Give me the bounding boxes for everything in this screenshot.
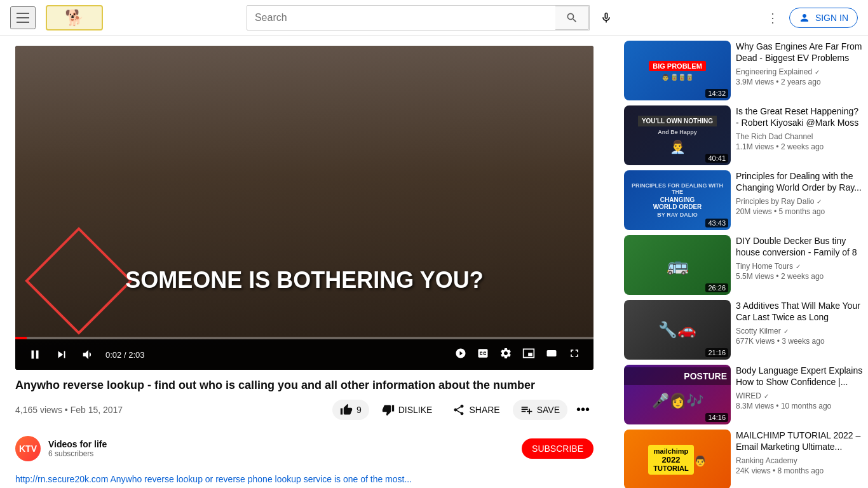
fullscreen-icon [568, 347, 581, 360]
list-item[interactable]: YOU'LL OWN NOTHING And Be Happy 👨‍💼 40:4… [624, 105, 863, 165]
sv-channel-1: The Rich Dad Channel [736, 132, 863, 141]
sv-channel-6: Ranking Academy [736, 456, 863, 465]
left-content: SOMEONE IS BOTHERING YOU? [0, 36, 614, 488]
sidebar-thumbnail: 🔧🚗 21:16 [624, 300, 731, 360]
video-player[interactable]: SOMEONE IS BOTHERING YOU? [15, 46, 593, 370]
sv-meta-3: 5.5M views • 2 weeks ago [736, 272, 863, 281]
settings-button[interactable] [497, 344, 515, 365]
header-right: ⋮ SIGN IN [761, 5, 858, 30]
pause-icon [28, 348, 42, 362]
sv-title-4: 3 Additives That Will Make Your Car Last… [736, 300, 863, 323]
verified-icon: ✓ [764, 393, 769, 400]
header: 🐕 ⋮ SIGN IN [0, 0, 868, 36]
thumb-duration-3: 26:26 [705, 283, 728, 292]
channel-avatar[interactable]: KTV [15, 436, 41, 461]
video-controls: 0:02 / 2:03 [15, 339, 593, 370]
thumb-duration-5: 14:16 [705, 413, 728, 422]
sv-title-5: Body Language Expert Explains How to Sho… [736, 365, 863, 388]
mic-button[interactable] [595, 6, 618, 29]
verified-icon: ✓ [796, 263, 801, 270]
sidebar-thumbnail: 🚌 26:26 [624, 235, 731, 295]
sv-title-6: MAILCHIMP TUTORIAL 2022 – Email Marketin… [736, 430, 863, 452]
save-label: SAVE [537, 405, 560, 415]
dislike-label: DISLIKE [398, 405, 433, 415]
sv-channel-2: Principles by Ray Dalio ✓ [736, 197, 863, 206]
sidebar-thumbnail: YOU'LL OWN NOTHING And Be Happy 👨‍💼 40:4… [624, 105, 731, 165]
search-button[interactable] [555, 6, 589, 30]
save-icon [520, 403, 533, 416]
list-item[interactable]: PRINCIPLES FOR DEALING WITH THE CHANGING… [624, 170, 863, 230]
autoplay-button[interactable] [452, 345, 469, 364]
sv-meta-4: 677K views • 3 weeks ago [736, 337, 863, 346]
video-frame: SOMEONE IS BOTHERING YOU? [15, 46, 593, 370]
list-item[interactable]: POSTURE 🎤👩🎶 14:16 Body Language Expert E… [624, 365, 863, 424]
miniplayer-button[interactable] [520, 344, 538, 365]
search-input[interactable] [247, 7, 555, 29]
time-display: 0:02 / 2:03 [105, 350, 144, 360]
youll-own-badge: YOU'LL OWN NOTHING [638, 116, 717, 126]
sidebar-video-info-5: Body Language Expert Explains How to Sho… [736, 365, 863, 424]
thumb-img-6: mailchimp2022TUTORIAL 👨 [624, 430, 731, 488]
settings-icon [499, 347, 512, 360]
sv-title-1: Is the Great Reset Happening? - Robert K… [736, 105, 863, 128]
thumb-duration-4: 21:16 [705, 348, 728, 357]
list-item[interactable]: mailchimp2022TUTORIAL 👨 MAILCHIMP TUTORI… [624, 430, 863, 488]
sv-channel-3: Tiny Home Tours ✓ [736, 262, 863, 271]
dislike-button[interactable]: DISLIKE [374, 400, 440, 420]
save-button[interactable]: SAVE [513, 400, 567, 420]
verified-icon: ✓ [817, 198, 822, 205]
channel-info: KTV Videos for life 6 subscribers [15, 436, 107, 461]
share-label: SHARE [469, 405, 499, 415]
theater-button[interactable] [543, 344, 560, 365]
channel-details: Videos for life 6 subscribers [48, 439, 107, 458]
like-count: 9 [356, 405, 362, 415]
cc-button[interactable] [474, 344, 492, 365]
thumb-duration-2: 43:43 [705, 219, 728, 227]
share-button[interactable]: SHARE [445, 400, 507, 420]
list-item[interactable]: 🔧🚗 21:16 3 Additives That Will Make Your… [624, 300, 863, 360]
video-overlay-text: SOMEONE IS BOTHERING YOU? [125, 267, 483, 294]
sign-in-label: SIGN IN [815, 13, 848, 23]
sign-in-button[interactable]: SIGN IN [789, 8, 858, 28]
list-item[interactable]: 🚌 26:26 DIY Double Decker Bus tiny house… [624, 235, 863, 295]
video-title: Anywho reverse lookup - find out who is … [15, 377, 593, 393]
fullscreen-button[interactable] [566, 344, 583, 365]
next-button[interactable] [52, 345, 71, 364]
mic-icon [600, 11, 613, 24]
verified-icon: ✓ [783, 328, 789, 335]
sv-meta-5: 8.3M views • 10 months ago [736, 402, 863, 410]
sv-meta-2: 20M views • 5 months ago [736, 207, 863, 216]
list-item[interactable]: BIG PROBLEM 👨 🥫🥫🥫 14:32 Why Gas Engines … [624, 41, 863, 100]
video-description[interactable]: http://rn.secure20k.com Anywho reverse l… [15, 469, 593, 484]
channel-subscribers: 6 subscribers [48, 449, 107, 458]
logo-icon: 🐕 [65, 9, 84, 27]
header-center [103, 5, 761, 30]
more-actions-button[interactable]: ••• [573, 398, 593, 421]
big-problem-badge: BIG PROBLEM [649, 61, 706, 71]
subscribe-button[interactable]: SUBSCRIBE [522, 438, 593, 459]
skip-next-icon [55, 348, 69, 362]
right-sidebar: BIG PROBLEM 👨 🥫🥫🥫 14:32 Why Gas Engines … [614, 36, 868, 488]
thumb-duration-0: 14:32 [705, 89, 728, 98]
more-options-button[interactable]: ⋮ [761, 5, 784, 30]
controls-right [452, 344, 583, 365]
hamburger-menu-button[interactable] [10, 6, 36, 29]
sidebar-video-info-4: 3 Additives That Will Make Your Car Last… [736, 300, 863, 360]
share-icon [452, 403, 465, 416]
pause-button[interactable] [25, 345, 44, 364]
cc-icon [477, 347, 489, 360]
volume-icon [81, 348, 95, 362]
volume-button[interactable] [79, 345, 98, 364]
thumbs-up-icon [340, 403, 353, 416]
miniplayer-icon [522, 347, 535, 360]
logo[interactable]: 🐕 [46, 5, 103, 30]
verified-icon: ✓ [815, 69, 820, 76]
video-views-date: 4,165 views • Feb 15, 2017 [15, 405, 123, 415]
sidebar-thumbnail: BIG PROBLEM 👨 🥫🥫🥫 14:32 [624, 41, 731, 100]
header-left: 🐕 [10, 5, 103, 30]
like-button[interactable]: 9 [332, 400, 369, 420]
account-icon [799, 12, 810, 24]
channel-name[interactable]: Videos for life [48, 439, 107, 449]
sv-meta-6: 24K views • 8 months ago [736, 466, 863, 475]
thumbs-down-icon [382, 403, 395, 416]
